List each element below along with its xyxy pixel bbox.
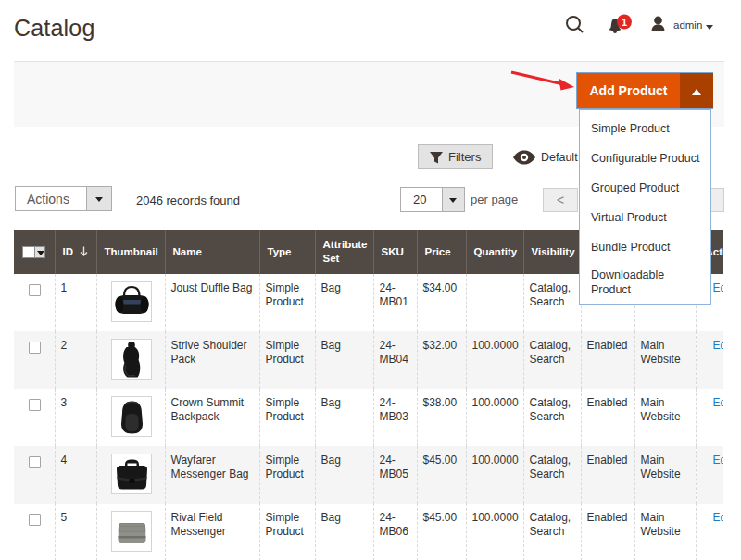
svg-text:admin: admin [673,19,702,31]
svg-text:1: 1 [622,17,627,28]
